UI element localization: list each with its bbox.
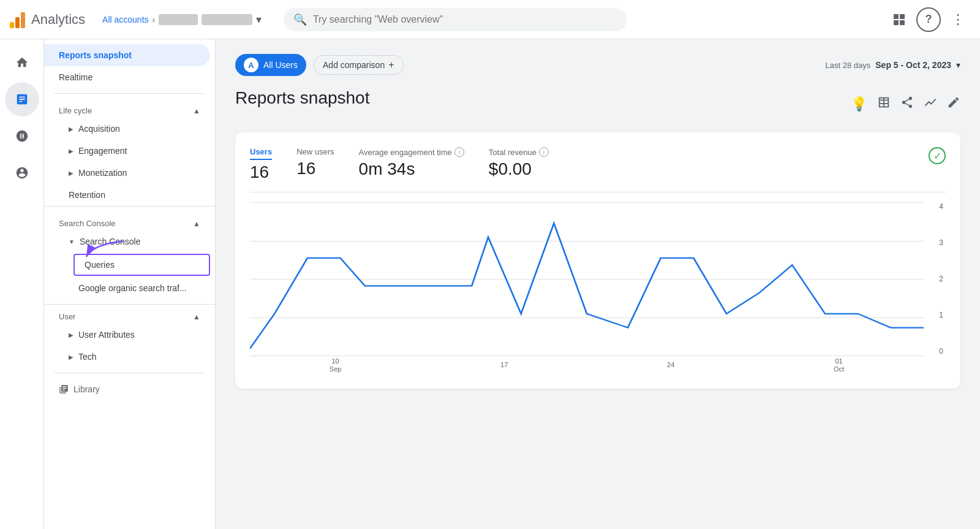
x-label-17: 17 xyxy=(500,361,508,368)
sidebar-item-retention[interactable]: Retention xyxy=(44,184,210,206)
main-content: A All Users Add comparison + Last 28 day… xyxy=(216,39,980,529)
chart-area: 10 Sep 17 24 01 Oct xyxy=(250,202,924,374)
divider-2 xyxy=(54,373,205,373)
search-console-section: Search Console ▲ ▼ Search Console Querie… xyxy=(44,206,215,305)
search-console-collapse-icon: ▲ xyxy=(193,219,200,228)
grid-button[interactable] xyxy=(887,7,911,32)
title-icons: 💡 xyxy=(851,96,960,113)
x-label-24: 24 xyxy=(667,361,674,368)
date-range-dropdown-icon: ▾ xyxy=(956,60,960,70)
account-name xyxy=(159,14,197,25)
sidebar-item-queries[interactable]: Queries xyxy=(74,254,210,276)
engagement-value: 0m 34s xyxy=(359,159,464,179)
revenue-info-icon: i xyxy=(539,147,549,157)
sidebar-item-search-console-parent[interactable]: ▼ Search Console xyxy=(44,230,210,253)
search-input[interactable] xyxy=(313,14,617,25)
revenue-value: $0.00 xyxy=(489,159,549,179)
lifecycle-section-header[interactable]: Life cycle ▲ xyxy=(44,99,215,118)
new-users-label: New users xyxy=(296,147,334,156)
y-label-3: 3 xyxy=(927,238,943,247)
arrow-icon: ▶ xyxy=(69,170,74,177)
app-title: Analytics xyxy=(31,12,85,28)
check-icon: ✓ xyxy=(929,147,946,164)
arrow-icon: ▶ xyxy=(69,354,74,360)
revenue-label: Total revenue i xyxy=(489,147,549,157)
sidebar-item-user-attributes[interactable]: ▶ User Attributes xyxy=(44,324,210,346)
help-button[interactable]: ? xyxy=(916,7,941,32)
users-value: 16 xyxy=(250,162,272,182)
x-label-10-sep: 10 Sep xyxy=(330,357,342,373)
share-icon[interactable] xyxy=(900,96,914,113)
x-labels: 10 Sep 17 24 01 Oct xyxy=(250,356,924,374)
add-comparison-button[interactable]: Add comparison + xyxy=(314,55,404,75)
date-range-selector[interactable]: Last 28 days Sep 5 - Oct 2, 2023 ▾ xyxy=(826,60,960,70)
all-users-chip[interactable]: A All Users xyxy=(235,54,306,76)
search-console-section-header[interactable]: Search Console ▲ xyxy=(44,211,215,230)
search-icon: 🔍 xyxy=(293,13,307,26)
topbar-right: ? ⋮ xyxy=(887,7,970,32)
library-icon xyxy=(59,384,69,394)
lifecycle-label: Life cycle xyxy=(59,106,92,115)
nav-explore[interactable] xyxy=(5,119,39,153)
sidebar-item-acquisition[interactable]: ▶ Acquisition xyxy=(44,118,210,140)
divider-1 xyxy=(54,93,205,94)
sidebar-item-engagement[interactable]: ▶ Engagement xyxy=(44,140,210,162)
queries-wrapper: Queries xyxy=(44,254,215,276)
all-accounts-link[interactable]: All accounts xyxy=(102,15,148,25)
sidebar-item-reports-snapshot[interactable]: Reports snapshot xyxy=(44,44,210,66)
stats-card: Users 16 New users 16 Average engagement… xyxy=(235,132,960,389)
content-header: A All Users Add comparison + Last 28 day… xyxy=(235,54,960,76)
stats-row: Users 16 New users 16 Average engagement… xyxy=(250,147,946,192)
account-selector[interactable]: All accounts › ▾ xyxy=(95,9,269,30)
y-label-4: 4 xyxy=(927,202,943,211)
user-section-header[interactable]: User ▲ xyxy=(44,305,215,324)
icon-nav xyxy=(0,39,44,529)
topbar: Analytics All accounts › ▾ 🔍 ? ⋮ xyxy=(0,0,980,39)
stat-users[interactable]: Users 16 xyxy=(250,147,272,182)
trend-icon[interactable] xyxy=(924,96,937,113)
main-layout: Reports snapshot Realtime Life cycle ▲ ▶… xyxy=(0,39,980,529)
arrow-icon: ▶ xyxy=(69,126,74,132)
stat-engagement[interactable]: Average engagement time i 0m 34s xyxy=(359,147,464,182)
table-chart-icon[interactable] xyxy=(877,96,891,113)
search-bar[interactable]: 🔍 xyxy=(284,8,627,31)
chevron-right-icon: › xyxy=(153,15,156,25)
sidebar-item-monetization[interactable]: ▶ Monetization xyxy=(44,162,210,184)
edit-icon[interactable] xyxy=(947,96,960,113)
sidebar-item-organic-search[interactable]: Google organic search traf... xyxy=(44,277,210,299)
arrow-down-icon: ▼ xyxy=(69,238,75,245)
y-label-0: 0 xyxy=(927,347,943,356)
date-range-value: Sep 5 - Oct 2, 2023 xyxy=(875,60,951,70)
search-console-label: Search Console xyxy=(59,219,116,228)
engagement-info-icon: i xyxy=(454,147,464,157)
date-range-label: Last 28 days xyxy=(826,61,871,70)
grid-icon xyxy=(894,14,905,25)
help-icon: ? xyxy=(925,13,932,26)
sidebar-item-tech[interactable]: ▶ Tech xyxy=(44,346,210,368)
more-button[interactable]: ⋮ xyxy=(946,7,970,32)
dropdown-icon: ▾ xyxy=(256,13,262,26)
more-icon: ⋮ xyxy=(951,12,965,28)
logo-container: Analytics xyxy=(10,11,85,28)
user-collapse-icon: ▲ xyxy=(193,313,200,321)
stat-revenue[interactable]: Total revenue i $0.00 xyxy=(489,147,549,182)
chart-container: 10 Sep 17 24 01 Oct xyxy=(250,202,946,374)
user-chip-letter: A xyxy=(244,58,258,72)
sidebar-item-realtime[interactable]: Realtime xyxy=(44,66,210,88)
nav-reports[interactable] xyxy=(5,82,39,116)
nav-home[interactable] xyxy=(5,45,39,80)
chart-svg xyxy=(250,202,924,356)
lifecycle-collapse-icon: ▲ xyxy=(193,107,200,115)
user-section-label: User xyxy=(59,312,75,321)
account-property xyxy=(202,14,252,25)
title-row: Reports snapshot 💡 xyxy=(235,88,960,120)
chart-y-labels: 4 3 2 1 0 xyxy=(927,202,946,356)
stat-new-users[interactable]: New users 16 xyxy=(296,147,334,182)
sidebar-item-library[interactable]: Library xyxy=(44,378,210,400)
lightbulb-icon[interactable]: 💡 xyxy=(851,96,867,112)
logo-icon xyxy=(10,11,25,28)
nav-advertising[interactable] xyxy=(5,156,39,190)
users-label: Users xyxy=(250,147,272,160)
arrow-icon: ▶ xyxy=(69,148,74,154)
y-label-2: 2 xyxy=(927,275,943,283)
